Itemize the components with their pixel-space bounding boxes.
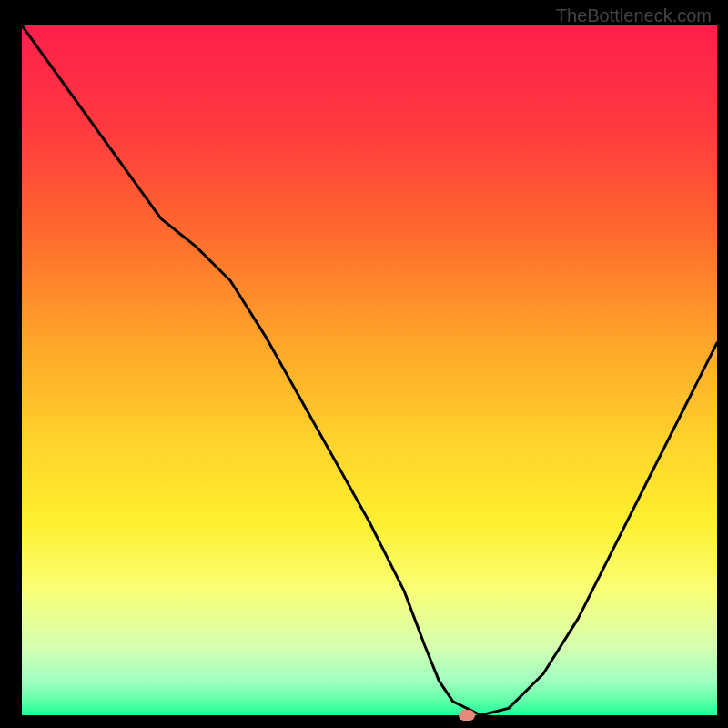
plot-area [22, 25, 717, 715]
chart-container: TheBottleneck.com [0, 0, 728, 728]
curve-svg [22, 25, 717, 715]
min-marker [459, 710, 475, 721]
bottleneck-curve [22, 25, 717, 715]
watermark-text: TheBottleneck.com [556, 5, 712, 26]
